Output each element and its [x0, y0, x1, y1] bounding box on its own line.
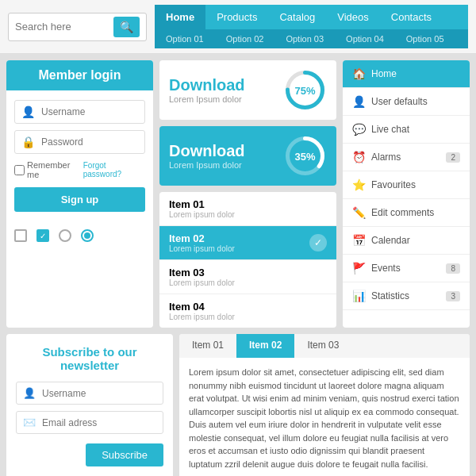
statistics-icon: 📊 — [352, 290, 365, 302]
password-input[interactable] — [41, 136, 153, 148]
middle-col: Download Lorem Ipsum dolor 75% Download … — [159, 60, 336, 328]
nl-email-icon: ✉️ — [23, 416, 36, 428]
calendar-icon: 📅 — [352, 234, 365, 247]
bottom-section: Subscribe to our newsletter 👤 ✉️ Subscri… — [0, 334, 476, 476]
events-badge: 8 — [446, 263, 460, 274]
tabs-content: Item 01 Item 02 Item 03 Lorem ipsum dolo… — [179, 334, 470, 476]
signup-button[interactable]: Sign up — [14, 187, 145, 212]
newsletter-title: Subscribe to our newsletter — [16, 345, 163, 372]
sidebar-item-statistics[interactable]: 📊 Statistics 3 — [343, 282, 470, 310]
item-sub: Lorem ipsum dolor — [169, 278, 235, 287]
checkbox-unchecked[interactable] — [14, 229, 27, 242]
search-input[interactable] — [15, 21, 110, 33]
nav-sub-option5[interactable]: Option 05 — [395, 32, 455, 46]
list-item[interactable]: Item 03 Lorem ipsum dolor — [159, 260, 336, 294]
user-icon: 👤 — [21, 106, 35, 118]
sidebar-label: Statistics — [371, 290, 440, 301]
username-input[interactable] — [41, 106, 153, 117]
radio-unchecked[interactable] — [59, 229, 71, 242]
statistics-badge: 3 — [446, 291, 460, 301]
circle-progress-1: 75% — [283, 68, 327, 112]
sidebar-label: Home — [371, 68, 460, 79]
edit-comments-icon: ✏️ — [352, 206, 365, 219]
list-item-active[interactable]: Item 02 Lorem ipsum dolor ✓ — [159, 226, 336, 260]
remember-checkbox[interactable] — [14, 165, 25, 175]
nav-sub-option4[interactable]: Option 04 — [335, 32, 395, 46]
download-text-1: Download Lorem Ipsum dolor — [169, 76, 245, 104]
nav-sub-option3[interactable]: Option 03 — [274, 32, 335, 46]
tab-item1[interactable]: Item 01 — [179, 334, 236, 358]
item-check-icon: ✓ — [309, 234, 327, 251]
login-title: Member login — [38, 68, 121, 82]
nav-item-catalog[interactable]: Catalog — [268, 5, 326, 29]
tab-item2[interactable]: Item 02 — [236, 334, 294, 358]
download-banner-1: Download Lorem Ipsum dolor 75% — [159, 60, 336, 120]
item-sub: Lorem ipsum dolor — [169, 210, 235, 219]
sidebar-item-user-defaults[interactable]: 👤 User defaults — [343, 88, 470, 116]
home-icon: 🏠 — [352, 67, 365, 80]
circle-label-1: 75% — [294, 84, 315, 96]
sidebar-item-edit-comments[interactable]: ✏️ Edit comments — [343, 199, 470, 227]
tabs-body: Lorem ipsum dolor sit amet, consectetuer… — [179, 358, 470, 476]
nav-bar: Home Products Catalog Videos Contacts Op… — [155, 5, 468, 48]
nav-item-home[interactable]: Home — [155, 5, 205, 29]
list-item[interactable]: Item 01 Lorem ipsum dolor — [159, 192, 336, 226]
nav-item-products[interactable]: Products — [205, 5, 268, 29]
nl-username-field: 👤 — [16, 382, 163, 405]
sidebar-label: Events — [371, 263, 440, 274]
search-box: 🔍 — [8, 13, 147, 41]
top-bar: 🔍 Home Products Catalog Videos Contacts … — [0, 0, 476, 54]
nav-sub-option2[interactable]: Option 02 — [215, 32, 275, 46]
item-title: Item 01 — [169, 198, 235, 210]
nl-email-field: ✉️ — [16, 411, 163, 434]
item-title: Item 03 — [169, 267, 235, 278]
item-sub: Lorem ipsum dolor — [169, 244, 235, 253]
item-sub: Lorem ipsum dolor — [169, 313, 235, 321]
forgot-link[interactable]: Forgot password? — [83, 161, 145, 178]
sidebar-label: Live chat — [371, 124, 460, 135]
tabs-body-text: Lorem ipsum dolor sit amet, consectetuer… — [189, 367, 459, 469]
events-icon: 🚩 — [352, 262, 365, 274]
nav-item-videos[interactable]: Videos — [326, 5, 380, 29]
sidebar-label: User defaults — [371, 96, 460, 107]
nl-email-input[interactable] — [42, 417, 161, 428]
sidebar-item-calendar[interactable]: 📅 Calendar — [343, 227, 470, 255]
search-button[interactable]: 🔍 — [113, 17, 140, 37]
sidebar-menu: 🏠 Home 👤 User defaults 💬 Live chat ⏰ Ala… — [343, 60, 470, 328]
radio-checked[interactable] — [81, 229, 94, 242]
subscribe-button[interactable]: Subscribe — [86, 443, 163, 466]
form-elements-row: ✓ — [6, 229, 153, 248]
checkbox-checked[interactable]: ✓ — [36, 229, 49, 242]
list-item[interactable]: Item 04 Lorem ipsum dolor — [159, 294, 336, 328]
sidebar-label: Favourites — [371, 179, 460, 190]
newsletter-panel: Subscribe to our newsletter 👤 ✉️ Subscri… — [6, 334, 173, 476]
sidebar-label: Alarms — [371, 152, 440, 163]
circle-label-2: 35% — [294, 150, 315, 162]
password-field: 🔒 ✕ — [14, 130, 145, 154]
login-body: 👤 ✓ 🔒 ✕ Remember me Forgot password? Sig… — [6, 90, 153, 221]
tabs-header: Item 01 Item 02 Item 03 — [179, 334, 470, 358]
download-banner-2: Download Lorem Ipsum dolor 35% — [159, 126, 336, 186]
circle-progress-2: 35% — [283, 134, 327, 178]
user-defaults-icon: 👤 — [352, 95, 365, 108]
sidebar-item-alarms[interactable]: ⏰ Alarms 2 — [343, 144, 470, 171]
favourites-icon: ⭐ — [352, 178, 365, 191]
nl-username-input[interactable] — [42, 388, 161, 399]
nl-user-icon: 👤 — [23, 387, 36, 399]
sidebar-item-favourites[interactable]: ⭐ Favourites — [343, 171, 470, 199]
remember-label[interactable]: Remember me — [14, 160, 83, 179]
sidebar-item-events[interactable]: 🚩 Events 8 — [343, 255, 470, 282]
alarms-badge: 2 — [446, 152, 460, 163]
sidebar-label: Edit comments — [371, 207, 460, 218]
nav-item-contacts[interactable]: Contacts — [380, 5, 443, 29]
sidebar-item-home[interactable]: 🏠 Home — [343, 60, 470, 88]
nav-sub-option1[interactable]: Option 01 — [155, 32, 215, 46]
sidebar-label: Calendar — [371, 235, 460, 246]
login-panel: Member login 👤 ✓ 🔒 ✕ Remember me Forgot … — [6, 60, 153, 328]
main-layout: Member login 👤 ✓ 🔒 ✕ Remember me Forgot … — [0, 54, 476, 334]
tab-item3[interactable]: Item 03 — [294, 334, 351, 358]
nav-sub: Option 01 Option 02 Option 03 Option 04 … — [155, 29, 468, 48]
item-title: Item 02 — [169, 232, 235, 244]
nav-main: Home Products Catalog Videos Contacts — [155, 5, 468, 29]
sidebar-item-live-chat[interactable]: 💬 Live chat — [343, 116, 470, 144]
